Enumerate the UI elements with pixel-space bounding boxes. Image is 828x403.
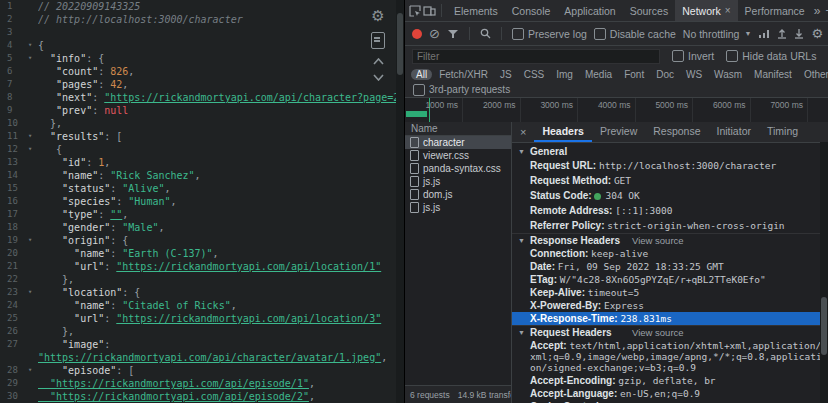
details-scrollbar[interactable] <box>820 142 828 403</box>
view-source-link[interactable]: View source <box>632 327 684 338</box>
tab-sources[interactable]: Sources <box>623 0 676 21</box>
filter-icon[interactable] <box>447 29 459 39</box>
json-token: "Alive" <box>122 183 164 194</box>
search-icon[interactable] <box>480 28 491 39</box>
header-row-x-response-time-[interactable]: X-Response-Time: 238.831ms <box>512 312 828 325</box>
fold-arrow-icon[interactable]: ▾ <box>28 286 38 299</box>
network-settings-icon[interactable]: ⚙ <box>811 27 823 40</box>
json-scrollbar-thumb[interactable] <box>397 13 403 75</box>
fold-arrow-icon[interactable]: ▾ <box>28 364 38 377</box>
more-tabs-icon[interactable]: » <box>814 5 821 17</box>
section-title-response-headers[interactable]: ▼Response HeadersView source <box>512 234 828 247</box>
chip-fetch-xhr[interactable]: Fetch/XHR <box>434 69 493 80</box>
tab-application[interactable]: Application <box>557 0 622 21</box>
divider <box>441 4 442 17</box>
json-link[interactable]: "https://rickandmortyapi.com/api/charact… <box>104 92 404 103</box>
fold-arrow-icon[interactable]: ▾ <box>28 234 38 247</box>
section-title-general[interactable]: ▼General <box>512 145 828 158</box>
detail-tab-timing[interactable]: Timing <box>759 122 806 142</box>
fold-arrow-icon[interactable]: ▾ <box>28 52 38 65</box>
json-viewer-toolbar: ⚙ <box>368 8 388 81</box>
tab-network[interactable]: Network× <box>675 0 737 21</box>
chip-media[interactable]: Media <box>580 69 617 80</box>
chip-font[interactable]: Font <box>619 69 649 80</box>
chip-js[interactable]: JS <box>495 69 517 80</box>
chip-manifest[interactable]: Manifest <box>749 69 797 80</box>
request-row-viewer-css[interactable]: viewer.css <box>405 149 511 162</box>
throttling-dropdown[interactable]: No throttling▼ <box>683 28 752 40</box>
fold-spacer <box>28 325 38 338</box>
request-row-character[interactable]: character <box>405 136 511 149</box>
header-value: timeout=5 <box>588 287 639 298</box>
hide-data-urls-checkbox[interactable]: Hide data URLs <box>726 50 816 62</box>
fold-arrow-icon[interactable]: ▾ <box>28 39 38 52</box>
json-scrollbar[interactable] <box>396 0 404 403</box>
fold-spacer <box>28 377 38 390</box>
line-number: 1 <box>0 0 28 13</box>
export-har-icon[interactable] <box>794 28 804 39</box>
json-token: : <box>92 105 104 116</box>
collapse-all-icon[interactable] <box>373 58 384 65</box>
document-icon <box>410 176 419 187</box>
json-token: "location" <box>38 287 122 298</box>
detail-tab-response[interactable]: Response <box>645 122 708 142</box>
third-party-checkbox[interactable]: 3rd-party requests <box>413 84 510 96</box>
view-source-link[interactable]: View source <box>632 235 684 246</box>
detail-tab-initiator[interactable]: Initiator <box>709 122 759 142</box>
inspect-element-icon[interactable] <box>409 2 421 20</box>
json-link[interactable]: "https://rickandmortyapi.com/api/locatio… <box>116 313 381 324</box>
settings-icon[interactable]: ⚙ <box>371 8 384 23</box>
chip-list: AllFetch/XHRJSCSSImgMediaFontDocWSWasmMa… <box>411 69 828 80</box>
json-link[interactable]: "https://rickandmortyapi.com/api/locatio… <box>116 261 381 272</box>
request-row-js-js[interactable]: js.js <box>405 201 511 214</box>
filter-input[interactable] <box>412 49 660 64</box>
json-link[interactable]: "https://rickandmortyapi.com/api/episode… <box>38 378 309 389</box>
tab-console[interactable]: Console <box>505 0 558 21</box>
code-line: 14 "name": "Rick Sanchez", <box>0 169 404 182</box>
device-toolbar-icon[interactable] <box>423 2 436 20</box>
fold-spacer <box>28 208 38 221</box>
chip-all[interactable]: All <box>411 69 432 80</box>
tab-performance[interactable]: Performance <box>738 0 812 21</box>
json-link[interactable]: "https://rickandmortyapi.com/api/episode… <box>38 391 309 402</box>
network-conditions-icon[interactable] <box>758 29 770 39</box>
record-icon[interactable] <box>412 29 422 39</box>
request-row-js-js[interactable]: js.js <box>405 175 511 188</box>
json-link[interactable]: "https://rickandmortyapi.com/api/charact… <box>38 352 381 363</box>
chip-css[interactable]: CSS <box>519 69 550 80</box>
name-column-header[interactable]: Name <box>405 122 511 136</box>
invert-checkbox[interactable]: Invert <box>672 50 714 62</box>
chip-wasm[interactable]: Wasm <box>709 69 747 80</box>
fold-arrow-icon[interactable]: ▾ <box>28 143 38 156</box>
section-title-request-headers[interactable]: ▼Request HeadersView source <box>512 326 828 339</box>
detail-tab-headers[interactable]: Headers <box>534 122 591 142</box>
json-link[interactable]: "" <box>110 209 122 220</box>
expand-all-icon[interactable] <box>373 74 384 81</box>
raw-view-icon[interactable] <box>371 32 385 49</box>
code-line: 23▾ "location": { <box>0 286 404 299</box>
detail-tab-preview[interactable]: Preview <box>592 122 645 142</box>
chip-other[interactable]: Other <box>799 69 828 80</box>
import-har-icon[interactable] <box>777 28 787 39</box>
code-text: "https://rickandmortyapi.com/api/episode… <box>38 377 404 390</box>
chip-img[interactable]: Img <box>551 69 578 80</box>
tab-elements[interactable]: Elements <box>447 0 505 21</box>
request-row-dom-js[interactable]: dom.js <box>405 188 511 201</box>
fold-arrow-icon[interactable]: ▾ <box>28 130 38 143</box>
chip-doc[interactable]: Doc <box>651 69 679 80</box>
close-details-icon[interactable]: × <box>512 126 534 138</box>
document-icon <box>410 202 419 213</box>
clear-icon[interactable]: ⊘ <box>429 27 440 40</box>
json-token: : <box>104 261 116 272</box>
json-token: , <box>122 209 128 220</box>
request-row-panda-syntax-css[interactable]: panda-syntax.css <box>405 162 511 175</box>
close-tab-icon[interactable]: × <box>725 5 731 16</box>
code-line: 12▾ { <box>0 143 404 156</box>
code-line: 7 "pages": 42, <box>0 78 404 91</box>
chip-ws[interactable]: WS <box>681 69 707 80</box>
disable-cache-checkbox[interactable]: Disable cache <box>594 28 676 40</box>
json-token: , <box>170 196 176 207</box>
header-value: strict-origin-when-cross-origin <box>607 220 784 231</box>
details-scrollbar-thumb[interactable] <box>821 297 827 355</box>
preserve-log-checkbox[interactable]: Preserve log <box>512 28 587 40</box>
